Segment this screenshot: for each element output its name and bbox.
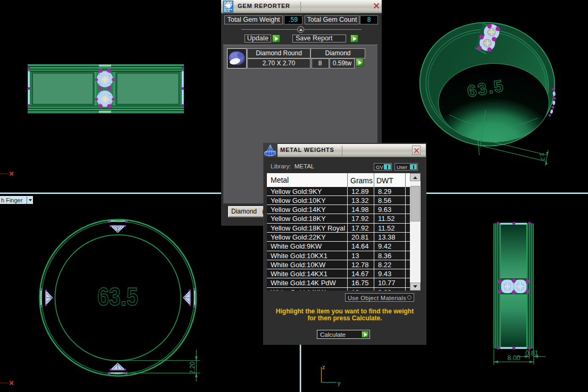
svg-text:0.81: 0.81	[525, 350, 538, 357]
svg-text:63.5: 63.5	[97, 282, 138, 311]
svg-text:z: z	[322, 364, 325, 370]
svg-text:2.20: 2.20	[189, 361, 196, 374]
svg-text:8.00: 8.00	[507, 354, 520, 362]
svg-text:y: y	[338, 380, 341, 386]
